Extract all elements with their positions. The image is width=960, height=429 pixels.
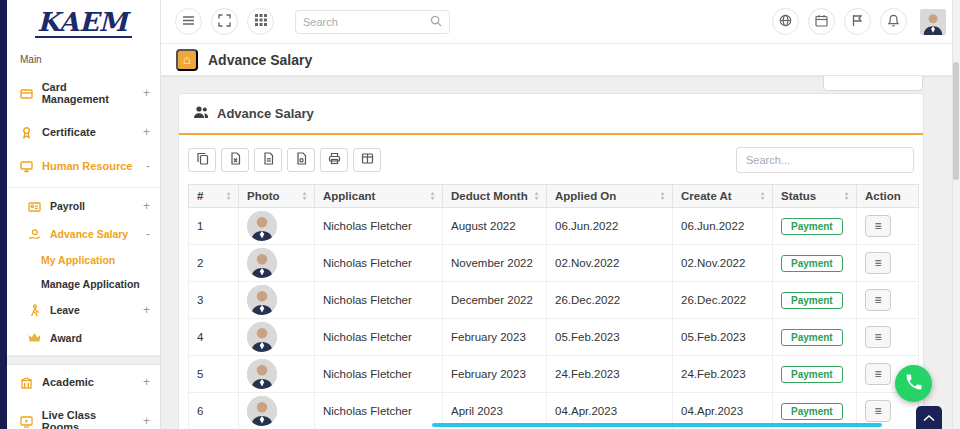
export-buttons [188,148,381,172]
calendar-button[interactable] [808,8,835,35]
col-header-deduct-month[interactable]: Deduct Month▴▾ [443,185,547,208]
status-badge: Payment [781,218,843,235]
col-header-create-at[interactable]: Create At▴▾ [673,185,773,208]
pdf-export-button[interactable] [287,148,315,172]
col-label: Deduct Month [451,190,528,202]
screen-icon [19,415,34,428]
table-search-input[interactable] [736,147,914,173]
vertical-scrollbar[interactable] [952,0,960,429]
scrollbar-thumb[interactable] [953,62,959,180]
sidebar-item-advance-salary[interactable]: Advance Salary - [7,220,160,248]
grid-icon [255,14,267,29]
sidebar-item-certificate[interactable]: Certificate + [7,115,160,149]
copy-button[interactable] [188,148,216,172]
cell-action: ≡ [857,282,919,319]
col-header-num[interactable]: #▴▾ [189,185,239,208]
card-title: Advance Salary [217,106,314,121]
cell-action: ≡ [857,208,919,245]
whatsapp-button[interactable] [895,365,932,402]
cell-deduct-month: February 2023 [443,356,547,393]
columns-icon [361,152,374,168]
status-badge: Payment [781,292,843,309]
col-label: Photo [247,190,280,202]
cell-status: Payment [773,356,857,393]
row-action-button[interactable]: ≡ [865,363,891,385]
col-header-applied-on[interactable]: Applied On▴▾ [547,185,673,208]
brand-logo-text: KAEM [35,9,131,38]
home-button[interactable]: ⌂ [176,49,198,71]
print-button[interactable] [320,148,348,172]
col-header-status[interactable]: Status▴▾ [773,185,857,208]
applicant-avatar[interactable] [247,359,277,389]
applicant-avatar[interactable] [247,285,277,315]
minus-toggle: - [146,227,150,241]
cell-photo [239,282,315,319]
sidebar-item-award[interactable]: Award [7,324,160,351]
global-search-input[interactable] [303,16,430,28]
brand-logo[interactable]: KAEM [7,0,160,46]
sidebar-item-human-resource[interactable]: Human Resource - [7,149,160,183]
apps-button[interactable] [247,8,274,35]
plus-toggle: + [143,125,150,139]
sidebar-item-leave[interactable]: Leave + [7,296,160,324]
sidebar-item-card-management[interactable]: Card Management + [7,71,160,115]
col-label: Action [865,190,901,202]
col-header-applicant[interactable]: Applicant▴▾ [315,185,443,208]
partial-scrolled-button[interactable] [823,76,923,91]
sort-icon: ▴▾ [761,191,764,201]
csv-export-button[interactable] [254,148,282,172]
row-action-button[interactable]: ≡ [865,326,891,348]
status-badge: Payment [781,255,843,272]
status-badge: Payment [781,366,843,383]
cell-applicant: Nicholas Fletcher [315,319,443,356]
fullscreen-button[interactable] [211,8,238,35]
flag-button[interactable] [844,8,871,35]
plus-toggle: + [143,86,150,100]
sidebar-item-manage-application[interactable]: Manage Application [7,272,160,296]
column-visibility-button[interactable] [353,148,381,172]
cell-applicant: Nicholas Fletcher [315,245,443,282]
col-header-photo[interactable]: Photo▴▾ [239,185,315,208]
sidebar-item-label: Live Class Rooms [42,409,135,429]
sidebar-item-my-application[interactable]: My Application [7,248,160,272]
row-action-button[interactable]: ≡ [865,289,891,311]
search-icon [430,13,442,31]
sidebar-item-payroll[interactable]: Payroll + [7,192,160,220]
cell-applied-on: 06.Jun.2022 [547,208,673,245]
excel-export-button[interactable] [221,148,249,172]
advance-salary-table: #▴▾ Photo▴▾ Applicant▴▾ Deduct Month▴▾ A… [188,184,919,429]
applicant-avatar[interactable] [247,211,277,241]
applicant-avatar[interactable] [247,322,277,352]
cell-applied-on: 24.Feb.2023 [547,356,673,393]
applicant-avatar[interactable] [247,396,277,426]
row-action-button[interactable]: ≡ [865,400,891,422]
certificate-icon [19,126,34,139]
global-search [295,10,450,34]
sidebar-nav: Card Management + Certificate + Human Re… [7,67,160,429]
col-header-action: Action [857,185,919,208]
status-badge: Payment [781,329,843,346]
user-avatar[interactable] [920,8,946,36]
table-header-row: #▴▾ Photo▴▾ Applicant▴▾ Deduct Month▴▾ A… [189,185,919,208]
hamburger-icon: ≡ [874,219,881,233]
copy-icon [196,152,209,168]
row-action-button[interactable]: ≡ [865,215,891,237]
cell-create-at: 24.Feb.2023 [673,356,773,393]
horizontal-scrollbar[interactable] [432,423,882,427]
app-window: KAEM Main Card Management + Certificate … [0,0,960,429]
printer-icon [328,152,341,168]
sidebar-item-live-class-rooms[interactable]: Live Class Rooms + [7,399,160,429]
back-to-top-button[interactable] [916,406,942,429]
cell-photo [239,245,315,282]
language-button[interactable] [772,8,799,35]
menu-button[interactable] [175,8,202,35]
sort-icon: ▴▾ [303,191,306,201]
row-action-button[interactable]: ≡ [865,252,891,274]
sidebar-item-academic[interactable]: Academic + [7,365,160,399]
minus-toggle: - [146,159,150,173]
notifications-button[interactable] [880,8,907,35]
sidebar-item-label: Card Management [42,81,135,105]
sidebar-item-label: Human Resource [42,160,132,172]
applicant-avatar[interactable] [247,248,277,278]
whatsapp-icon [904,372,924,395]
